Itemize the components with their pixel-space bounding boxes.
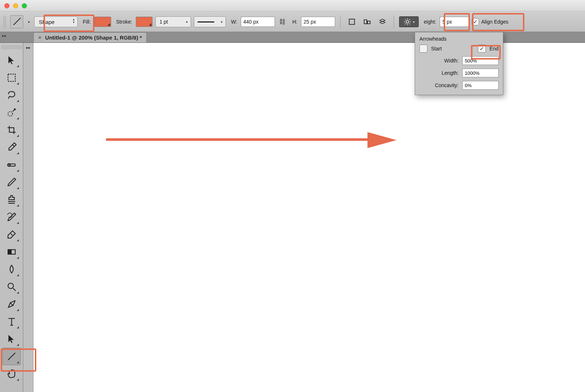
end-checkbox[interactable]: ✓ (478, 45, 486, 53)
tool-flyout-indicator-icon (17, 291, 19, 294)
current-tool-preview[interactable] (10, 15, 23, 28)
dropdown-stepper-icon: ▲▼ (72, 18, 75, 24)
tool-flyout-indicator-icon (17, 100, 19, 102)
gradient-tool[interactable] (3, 243, 21, 261)
path-arrangement-button[interactable] (376, 16, 389, 27)
window-close-button[interactable] (4, 3, 9, 8)
svg-rect-0 (349, 19, 355, 25)
tool-flyout-indicator-icon (17, 204, 19, 207)
height-label: H: (292, 19, 297, 25)
history-brush-tool[interactable] (3, 208, 21, 226)
fill-color-swatch[interactable] (94, 17, 111, 27)
healing-brush-tool[interactable] (3, 156, 21, 173)
tool-flyout-indicator-icon (17, 222, 19, 224)
tool-mode-dropdown[interactable]: Shape ▲▼ (34, 16, 78, 27)
tool-flyout-indicator-icon (17, 152, 19, 154)
svg-point-18 (8, 283, 13, 289)
tool-flyout-indicator-icon (17, 82, 19, 85)
separator (394, 16, 394, 28)
brush-tool[interactable] (3, 173, 21, 191)
window-minimize-button[interactable] (13, 3, 18, 8)
close-tab-icon[interactable]: × (38, 34, 41, 41)
stroke-style-sample (198, 21, 214, 23)
arrowhead-length-label: Length: (442, 70, 459, 76)
align-edges-label: Align Edges (481, 19, 508, 25)
geometry-options-gear-button[interactable]: ▾ (399, 16, 419, 27)
width-label: W: (231, 19, 237, 25)
eyedropper-tool[interactable] (3, 139, 21, 156)
line-weight-value: 5 px (442, 19, 452, 25)
line-tool[interactable] (3, 348, 21, 365)
tool-preset-chevron-icon[interactable]: ▾ (26, 15, 31, 28)
svg-rect-12 (8, 74, 15, 81)
start-checkbox[interactable] (419, 45, 427, 53)
arrowhead-concavity-input[interactable] (462, 81, 499, 90)
quick-selection-tool[interactable] (3, 104, 21, 121)
window-titlebar (0, 0, 585, 12)
tool-flyout-indicator-icon (17, 379, 19, 381)
zoom-tool[interactable] (3, 278, 21, 295)
align-edges-option[interactable]: ✓ Align Edges (472, 18, 508, 25)
chevron-down-icon: ▾ (221, 20, 223, 24)
lasso-tool[interactable] (3, 86, 21, 104)
svg-line-8 (405, 19, 406, 20)
svg-line-11 (409, 19, 410, 20)
options-bar-grip[interactable] (3, 16, 7, 28)
eraser-tool[interactable] (3, 226, 21, 243)
panel-collapse-icon[interactable]: ▸▸ (2, 33, 7, 38)
marquee-tool[interactable] (3, 69, 21, 86)
arrowhead-start-option[interactable]: Start (419, 45, 442, 53)
left-panel-dock[interactable]: ▸▸ (23, 43, 33, 392)
width-input[interactable]: 440 px (241, 17, 275, 27)
end-label: End (489, 46, 499, 52)
link-width-height-icon[interactable]: ⛓ (278, 18, 287, 26)
popover-title: Arrowheads (419, 36, 499, 42)
expand-panels-icon[interactable]: ▸▸ (26, 45, 31, 50)
arrow-shape[interactable] (106, 132, 397, 147)
stroke-weight-value: 1 pt (159, 19, 168, 25)
line-tool-icon (12, 17, 21, 26)
tool-flyout-indicator-icon (17, 326, 19, 328)
arrow-head (367, 132, 397, 148)
separator (340, 16, 341, 28)
workspace: ▸▸ (0, 43, 585, 392)
start-label: Start (431, 46, 442, 52)
crop-tool[interactable] (3, 121, 21, 139)
svg-line-19 (13, 288, 16, 291)
window-zoom-button[interactable] (22, 3, 27, 8)
type-tool[interactable] (3, 313, 21, 330)
path-alignment-button[interactable] (361, 16, 373, 27)
stroke-weight-dropdown[interactable]: 1 pt ▾ (155, 16, 191, 27)
tool-flyout-indicator-icon (17, 117, 19, 119)
tool-flyout-indicator-icon (17, 274, 19, 276)
tool-flyout-indicator-icon (17, 309, 19, 311)
path-selection-tool[interactable] (3, 330, 21, 348)
tool-flyout-indicator-icon (17, 170, 19, 172)
svg-point-13 (8, 112, 13, 117)
blur-tool[interactable] (3, 261, 21, 278)
pen-tool[interactable] (3, 295, 21, 313)
line-weight-input[interactable]: 5 px (440, 17, 469, 27)
canvas-area: ▸▸ (23, 43, 585, 392)
height-input[interactable]: 25 px (301, 17, 335, 27)
arrowheads-popover: Arrowheads Start ✓ End Width: Length: Co… (415, 32, 503, 95)
tools-panel-grip[interactable] (1, 45, 22, 49)
arrowhead-width-label: Width: (444, 58, 459, 64)
align-edges-checkbox[interactable]: ✓ (472, 18, 479, 25)
document-canvas[interactable] (33, 43, 585, 392)
stroke-color-swatch[interactable] (136, 17, 153, 27)
svg-line-9 (409, 24, 410, 24)
hand-tool[interactable] (3, 365, 21, 383)
document-tab[interactable]: × Untitled-1 @ 200% (Shape 1, RGB/8) * (33, 32, 147, 42)
arrowhead-width-input[interactable] (462, 56, 499, 65)
clone-stamp-tool[interactable] (3, 191, 21, 208)
move-tool[interactable] (3, 52, 21, 69)
stroke-style-dropdown[interactable]: ▾ (194, 16, 226, 27)
options-bar: ▾ Shape ▲▼ Fill: Stroke: 1 pt ▾ ▾ W: 440… (0, 12, 585, 32)
arrowhead-length-input[interactable] (462, 69, 499, 77)
svg-rect-1 (364, 20, 367, 24)
tool-flyout-indicator-icon (17, 65, 19, 67)
path-operations-button[interactable] (346, 16, 358, 27)
arrowhead-end-option[interactable]: ✓ End (478, 45, 499, 53)
svg-rect-2 (367, 21, 370, 24)
